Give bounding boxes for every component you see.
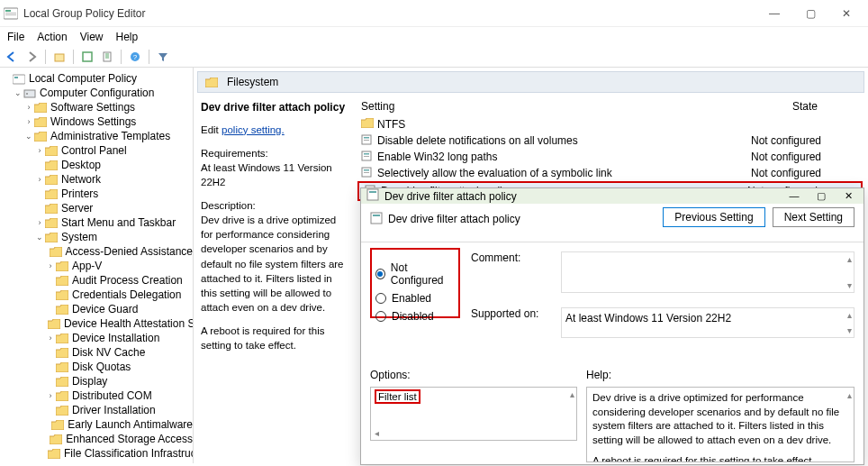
help-textbox: Dev drive is a drive optimized for perfo… bbox=[586, 387, 854, 462]
scroll-up-icon[interactable]: ▴ bbox=[570, 389, 574, 399]
tree-computer-config[interactable]: ⌄Computer Configuration bbox=[0, 86, 193, 100]
edit-policy-link[interactable]: policy setting. bbox=[222, 124, 285, 135]
minimize-button[interactable]: — bbox=[764, 7, 785, 20]
policy-dialog: Dev drive filter attach policy — ▢ ✕ Dev… bbox=[360, 187, 864, 465]
dialog-minimize[interactable]: — bbox=[784, 190, 804, 202]
tree-apc[interactable]: ›Audit Process Creation bbox=[0, 273, 193, 288]
tree-control-panel[interactable]: ›Control Panel bbox=[0, 143, 193, 158]
menu-help[interactable]: Help bbox=[116, 31, 139, 43]
menu-view[interactable]: View bbox=[80, 31, 104, 43]
dialog-icon bbox=[366, 188, 379, 204]
svg-rect-9 bbox=[13, 75, 25, 84]
edit-prefix: Edit bbox=[201, 124, 219, 135]
previous-setting-button[interactable]: Previous Setting bbox=[663, 207, 764, 227]
col-setting-header[interactable]: Setting bbox=[361, 100, 751, 113]
up-button[interactable] bbox=[51, 49, 68, 65]
tree-esa[interactable]: ›Enhanced Storage Access bbox=[0, 432, 193, 446]
list-row[interactable]: NTFS bbox=[356, 116, 864, 132]
window-controls: — ▢ ✕ bbox=[764, 7, 864, 20]
tree-dha[interactable]: ›Device Health Attestation S bbox=[0, 316, 193, 331]
tree-appv[interactable]: ›App-V bbox=[0, 259, 193, 273]
policy-icon bbox=[361, 167, 374, 179]
filter-list-box[interactable]: Filter list ▴ ◂ bbox=[370, 387, 577, 441]
comment-label: Comment: bbox=[471, 251, 552, 293]
menu-action[interactable]: Action bbox=[37, 31, 67, 43]
filter-button[interactable] bbox=[155, 49, 171, 65]
tree-software-settings[interactable]: ›Software Settings bbox=[0, 100, 193, 114]
tree-windows-settings[interactable]: ›Windows Settings bbox=[0, 114, 193, 129]
scroll-left-icon[interactable]: ◂ bbox=[375, 428, 379, 438]
tree-server[interactable]: ›Server bbox=[0, 201, 193, 215]
tree-fsc[interactable]: ›File Share Shadow Copy Pro bbox=[0, 461, 193, 463]
tree-dp[interactable]: ›Display bbox=[0, 374, 193, 388]
col-state-header[interactable]: State bbox=[751, 100, 859, 113]
tree-fci[interactable]: ›File Classification Infrastruc bbox=[0, 446, 193, 461]
tree-printers[interactable]: ›Printers bbox=[0, 187, 193, 201]
separator bbox=[121, 50, 122, 64]
dialog-subtitle: Dev drive filter attach policy bbox=[388, 213, 520, 225]
forward-button[interactable] bbox=[23, 49, 40, 65]
list-row[interactable]: Enable Win32 long paths Not configured bbox=[356, 149, 864, 165]
selected-policy-title: Dev drive filter attach policy bbox=[201, 100, 348, 115]
list-row[interactable]: Disable delete notifications on all volu… bbox=[356, 132, 864, 149]
svg-point-12 bbox=[26, 93, 28, 95]
svg-rect-30 bbox=[371, 213, 382, 224]
tree-admin-templates[interactable]: ⌄Administrative Templates bbox=[0, 129, 193, 143]
scroll-down-icon[interactable]: ▾ bbox=[847, 325, 852, 335]
dialog-title: Dev drive filter attach policy bbox=[384, 190, 784, 203]
options-label: Options: bbox=[370, 369, 577, 381]
scroll-up-icon[interactable]: ▴ bbox=[847, 389, 852, 402]
tree-start-menu[interactable]: ›Start Menu and Taskbar bbox=[0, 215, 193, 230]
next-setting-button[interactable]: Next Setting bbox=[773, 207, 854, 227]
tree-dq[interactable]: ›Disk Quotas bbox=[0, 360, 193, 374]
maximize-button[interactable]: ▢ bbox=[800, 7, 821, 20]
radio-enabled[interactable]: Enabled bbox=[375, 289, 455, 307]
list-row[interactable]: Selectively allow the evaluation of a sy… bbox=[356, 165, 864, 181]
radio-disabled[interactable]: Disabled bbox=[375, 307, 455, 325]
folder-icon bbox=[205, 78, 218, 87]
tree-root[interactable]: ▸Local Computer Policy bbox=[0, 71, 193, 86]
tree-network[interactable]: ›Network bbox=[0, 172, 193, 187]
close-button[interactable]: ✕ bbox=[836, 7, 857, 20]
separator bbox=[45, 50, 46, 64]
svg-rect-29 bbox=[369, 191, 376, 193]
tree-ada[interactable]: ›Access-Denied Assistance bbox=[0, 244, 193, 259]
state-radio-group: Not Configured Enabled Disabled bbox=[370, 248, 460, 318]
tree-dg[interactable]: ›Device Guard bbox=[0, 302, 193, 316]
description-label: Description: bbox=[201, 198, 348, 213]
tree-cd[interactable]: ›Credentials Delegation bbox=[0, 288, 193, 302]
policy-icon bbox=[361, 134, 374, 147]
dialog-titlebar[interactable]: Dev drive filter attach policy — ▢ ✕ bbox=[361, 188, 863, 204]
description-text: Dev drive is a drive optimized for perfo… bbox=[201, 213, 348, 315]
scroll-down-icon[interactable]: ▾ bbox=[847, 280, 852, 290]
back-button[interactable] bbox=[4, 49, 20, 65]
dialog-subtitle-row: Dev drive filter attach policy bbox=[361, 206, 654, 233]
help-label: Help: bbox=[586, 369, 854, 381]
refresh-button[interactable] bbox=[79, 49, 95, 65]
comment-textbox[interactable]: ▴ ▾ bbox=[561, 251, 854, 293]
scroll-up-icon[interactable]: ▴ bbox=[847, 254, 852, 264]
dialog-maximize[interactable]: ▢ bbox=[811, 190, 831, 202]
scroll-up-icon[interactable]: ▴ bbox=[847, 310, 852, 320]
tree-system[interactable]: ⌄System bbox=[0, 230, 193, 244]
export-button[interactable] bbox=[99, 49, 115, 65]
supported-textbox: At least Windows 11 Version 22H2 ▴ ▾ bbox=[561, 307, 854, 338]
separator bbox=[73, 50, 74, 64]
menu-bar: File Action View Help bbox=[0, 27, 868, 47]
menu-file[interactable]: File bbox=[7, 31, 24, 43]
svg-rect-17 bbox=[364, 153, 369, 155]
tree-dc[interactable]: ›Distributed COM bbox=[0, 388, 193, 403]
dialog-close[interactable]: ✕ bbox=[838, 190, 858, 202]
svg-rect-14 bbox=[364, 137, 369, 139]
tree-di[interactable]: ›Device Installation bbox=[0, 331, 193, 345]
tree-desktop[interactable]: ›Desktop bbox=[0, 158, 193, 172]
tree-dri[interactable]: ›Driver Installation bbox=[0, 403, 193, 417]
tree-ela[interactable]: ›Early Launch Antimalware bbox=[0, 417, 193, 432]
toolbar: ? bbox=[0, 47, 868, 68]
help-text-2: A reboot is required for this setting to… bbox=[592, 454, 848, 462]
tree-dnc[interactable]: ›Disk NV Cache bbox=[0, 345, 193, 360]
help-button[interactable]: ? bbox=[127, 49, 143, 65]
svg-rect-10 bbox=[14, 77, 18, 78]
radio-not-configured[interactable]: Not Configured bbox=[375, 259, 455, 289]
tree-panel[interactable]: ▸Local Computer Policy ⌄Computer Configu… bbox=[0, 68, 194, 463]
